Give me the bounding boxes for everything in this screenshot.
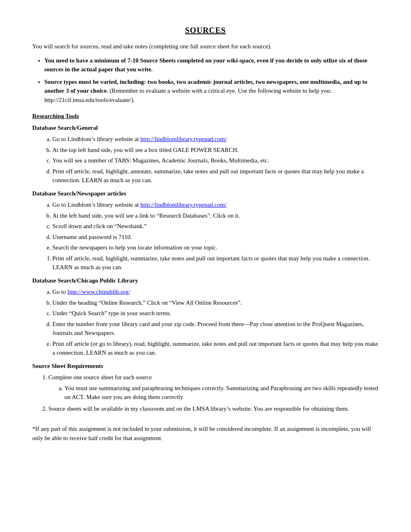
db-newspaper-item-c: Scroll down and click on “Newsbank.”	[52, 222, 379, 231]
db-general-heading: Database Search/General	[32, 123, 379, 133]
db-chicago-item-d: Enter the number from your library card …	[52, 320, 379, 338]
db-newspaper-item-a: Go to Lindblom’s library website at http…	[52, 200, 379, 210]
source-sheet-item-1: Complete one source sheet for each sourc…	[48, 373, 379, 402]
source-sheet-section: Source Sheet Requirements Complete one s…	[32, 362, 379, 414]
db-chicago-item-c: Under “Quick Search” type in your search…	[52, 309, 379, 318]
researching-tools-heading: Researching Tools	[32, 112, 379, 121]
db-general-a-prefix: Go to Lindblom’s library website at	[52, 136, 140, 142]
db-chicago-list: Go to http://www.chipublib.org/ Under th…	[52, 287, 379, 357]
db-general-list: Go to Lindblom’s library website at http…	[52, 135, 379, 185]
bullet-item-1: You need to have a minimum of 7-10 Sourc…	[44, 56, 379, 74]
db-newspaper-heading: Database Search/Newspaper articles	[32, 189, 379, 198]
bullet-item-2: Source types must be varied, including: …	[44, 77, 379, 105]
db-general-item-b: At the top left hand side, you will see …	[52, 145, 379, 155]
source-sheet-item-1-text: Complete one source sheet for each sourc…	[48, 374, 152, 380]
db-general-section: Database Search/General Go to Lindblom’s…	[32, 123, 379, 185]
db-newspaper-item-e: Search the newspapers to help you locate…	[52, 243, 379, 252]
source-sheet-heading: Source Sheet Requirements	[32, 362, 379, 371]
source-sheet-sub-1a: You must use summarizing and paraphrasin…	[64, 384, 379, 402]
db-chicago-item-a: Go to http://www.chipublib.org/	[52, 287, 379, 297]
db-general-item-c: You will see a number of TABS: Magazines…	[52, 156, 379, 165]
source-sheet-sub-1: You must use summarizing and paraphrasin…	[64, 384, 379, 402]
db-newspaper-item-f: Print off article, read, highlight, summ…	[52, 254, 379, 272]
db-chicago-heading: Database Search/Chicago Public Library	[32, 276, 379, 285]
db-newspaper-item-b: At the left hand side, you will see a li…	[52, 211, 379, 220]
db-chicago-a-prefix: Go to	[52, 289, 68, 295]
bullet-1-bold: You need to have a minimum of 7-10 Sourc…	[44, 57, 367, 73]
db-newspaper-section: Database Search/Newspaper articles Go to…	[32, 189, 379, 272]
source-sheet-item-2: Source sheets will be available in my cl…	[48, 404, 379, 414]
footer-note: *If any part of this assignment is not i…	[32, 424, 379, 443]
db-chicago-item-b: Under the heading “Online Research,” Cli…	[52, 298, 379, 308]
page-title: SOURCES	[32, 24, 379, 36]
db-general-item-d: Print off article, read, highlight, anno…	[52, 167, 379, 185]
db-newspaper-a-prefix: Go to Lindblom’s library website at	[52, 202, 140, 208]
intro-text: You will search for sources, read and ta…	[32, 42, 379, 51]
db-general-item-a: Go to Lindblom’s library website at http…	[52, 135, 379, 144]
db-chicago-section: Database Search/Chicago Public Library G…	[32, 276, 379, 357]
lindblom-library-link-2[interactable]: http://lindblomlibrary.typepad.com/	[140, 202, 226, 208]
db-newspaper-list: Go to Lindblom’s library website at http…	[52, 200, 379, 272]
source-sheet-list: Complete one source sheet for each sourc…	[48, 373, 379, 413]
researching-tools-section: Researching Tools Database Search/Genera…	[32, 112, 379, 413]
source-requirements-list: You need to have a minimum of 7-10 Sourc…	[44, 56, 379, 105]
db-newspaper-item-d: Username and password is 7110.	[52, 233, 379, 242]
db-chicago-item-e: Print off article (or go to library), re…	[52, 339, 379, 357]
lindblom-library-link-1[interactable]: http://lindblomlibrary.typepad.com/	[140, 136, 226, 142]
chipublib-link[interactable]: http://www.chipublib.org/	[68, 289, 130, 295]
